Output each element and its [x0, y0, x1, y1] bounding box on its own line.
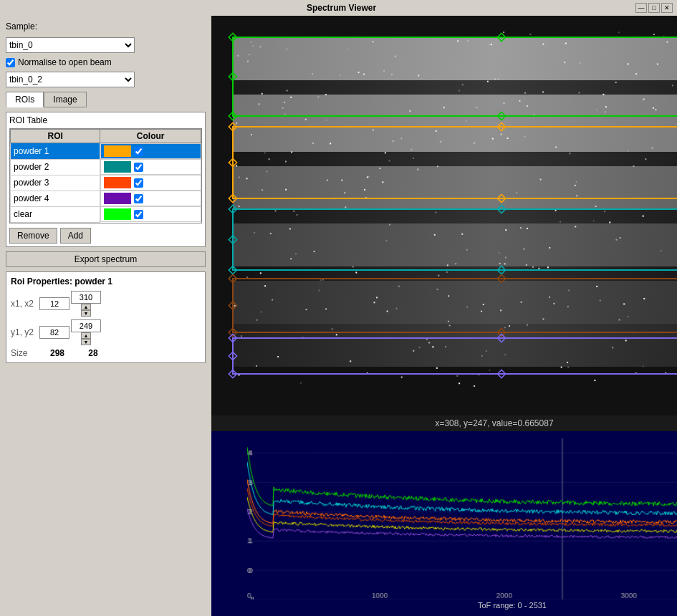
roi-row-3[interactable]: powder 4 [11, 191, 201, 206]
roi-color-cell-0 [100, 143, 201, 159]
main-layout: Sample: tbin_0 Normalise to open beam tb… [0, 16, 677, 616]
y1y2-values: ▲ ▼ [39, 319, 101, 345]
roi-checkbox-2[interactable] [134, 178, 143, 188]
roi-name-2: powder 3 [11, 175, 100, 191]
y1-spinner [39, 326, 69, 339]
size-row: Size 298 28 [11, 348, 201, 358]
roi-name-3: powder 4 [11, 191, 100, 206]
roi-row-1[interactable]: powder 2 [11, 159, 201, 175]
normalise-label: Normalise to open beam [18, 57, 112, 67]
color-swatch-2 [104, 177, 131, 188]
close-button[interactable]: ✕ [661, 3, 673, 13]
roi-row-0[interactable]: powder 1 [11, 143, 201, 160]
sample-dropdown[interactable]: tbin_0 [6, 37, 135, 53]
image-area: 26242220181614121086420 x=308, y=247, va… [211, 16, 677, 431]
roi-checkbox-1[interactable] [134, 163, 143, 172]
color-swatch-3 [104, 193, 131, 204]
x1x2-label: x1, x2 [11, 299, 39, 309]
chart-area: ToF range: 0 - 2531 [211, 431, 677, 616]
x2-up[interactable]: ▲ [81, 304, 91, 310]
size-label: Size [11, 348, 39, 358]
color-swatch-0 [104, 145, 131, 157]
y2-spinner: ▲ ▼ [71, 319, 101, 345]
coord-bar: x=308, y=247, value=0.665087 [211, 415, 677, 431]
roi-color-cell-4 [100, 206, 201, 222]
size-height: 28 [75, 348, 111, 358]
color-swatch-4 [104, 208, 131, 220]
tof-range-label: ToF range: 0 - 2531 [211, 600, 677, 611]
col-roi: ROI [11, 130, 100, 143]
roi-panel: ROI Table ROI Colour powder 1powder 2pow… [6, 112, 206, 247]
roi-buttons: Remove Add [9, 228, 202, 244]
roi-table-container: ROI Colour powder 1powder 2powder 3powde… [9, 128, 202, 223]
roi-name-4: clear [11, 206, 100, 222]
y1y2-label: y1, y2 [11, 327, 39, 337]
roi-checkbox-0[interactable] [134, 147, 143, 156]
export-button[interactable]: Export spectrum [6, 251, 206, 267]
maximize-button[interactable]: □ [648, 3, 660, 13]
remove-button[interactable]: Remove [9, 228, 57, 244]
open-beam-dropdown[interactable]: tbin_0_2 [6, 72, 135, 87]
y2-input[interactable] [71, 319, 101, 332]
app-title: Spectrum Viewer [47, 3, 635, 13]
x2-input[interactable] [71, 291, 101, 304]
y1-input[interactable] [39, 326, 69, 339]
x1x2-values: ▲ ▼ [39, 291, 101, 317]
roi-checkbox-3[interactable] [134, 194, 143, 203]
right-panel: 26242220181614121086420 x=308, y=247, va… [211, 16, 677, 616]
tab-rois[interactable]: ROIs [6, 92, 44, 107]
left-panel: Sample: tbin_0 Normalise to open beam tb… [0, 16, 211, 616]
x2-spinner: ▲ ▼ [71, 291, 101, 317]
sample-label: Sample: [6, 21, 206, 32]
col-colour: Colour [100, 130, 201, 143]
add-button[interactable]: Add [60, 228, 91, 244]
props-title: Roi Properties: powder 1 [11, 276, 201, 287]
roi-color-cell-2 [100, 175, 201, 191]
x2-down[interactable]: ▼ [81, 310, 91, 317]
minimize-button[interactable]: — [635, 3, 647, 13]
roi-table: ROI Colour powder 1powder 2powder 3powde… [10, 129, 201, 223]
xy1-row: x1, x2 ▲ ▼ [11, 291, 201, 317]
tab-image[interactable]: Image [44, 92, 86, 107]
normalise-checkbox[interactable] [6, 58, 15, 67]
title-bar: Spectrum Viewer — □ ✕ [0, 0, 677, 16]
roi-color-cell-3 [100, 191, 201, 206]
roi-row-2[interactable]: powder 3 [11, 175, 201, 191]
roi-name-0: powder 1 [11, 143, 100, 160]
window-controls: — □ ✕ [635, 3, 673, 13]
roi-color-cell-1 [100, 159, 201, 175]
roi-row-4[interactable]: clear [11, 206, 201, 222]
roi-checkbox-4[interactable] [134, 210, 143, 219]
y1y2-row: y1, y2 ▲ ▼ [11, 319, 201, 345]
x1-spinner [39, 297, 69, 310]
normalise-row: Normalise to open beam [6, 57, 206, 67]
y2-up[interactable]: ▲ [81, 332, 91, 339]
roi-image-tabs: ROIs Image [6, 92, 206, 107]
roi-properties-box: Roi Properties: powder 1 x1, x2 ▲ ▼ [6, 271, 206, 363]
roi-table-title: ROI Table [9, 115, 202, 125]
x1-input[interactable] [39, 297, 69, 310]
color-swatch-1 [104, 161, 131, 173]
size-width: 298 [39, 348, 75, 358]
roi-name-1: powder 2 [11, 159, 100, 175]
y2-down[interactable]: ▼ [81, 339, 91, 345]
